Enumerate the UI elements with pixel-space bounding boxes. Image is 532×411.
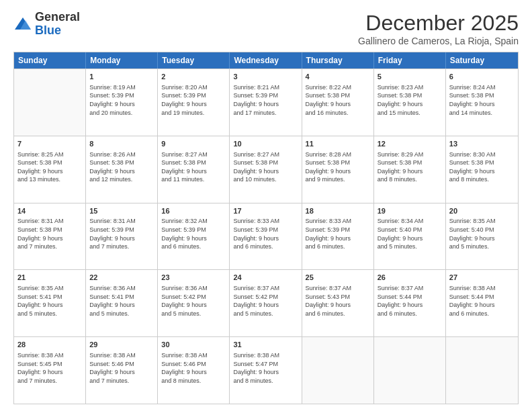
day-info: Sunrise: 8:28 AM Sunset: 5:38 PM Dayligh… xyxy=(306,150,370,184)
calendar-cell xyxy=(446,337,518,404)
header-day: Saturday xyxy=(446,52,518,68)
calendar-cell: 24Sunrise: 8:37 AM Sunset: 5:42 PM Dayli… xyxy=(230,270,302,336)
header: General Blue December 2025 Gallinero de … xyxy=(13,11,519,46)
calendar-cell: 6Sunrise: 8:24 AM Sunset: 5:38 PM Daylig… xyxy=(446,69,518,136)
calendar-row: 1Sunrise: 8:19 AM Sunset: 5:39 PM Daylig… xyxy=(14,68,518,136)
day-info: Sunrise: 8:38 AM Sunset: 5:45 PM Dayligh… xyxy=(17,351,82,385)
day-info: Sunrise: 8:30 AM Sunset: 5:38 PM Dayligh… xyxy=(449,150,515,184)
day-info: Sunrise: 8:27 AM Sunset: 5:38 PM Dayligh… xyxy=(233,150,298,184)
logo-general: General xyxy=(35,10,80,24)
day-info: Sunrise: 8:29 AM Sunset: 5:38 PM Dayligh… xyxy=(378,150,442,184)
calendar-cell: 26Sunrise: 8:37 AM Sunset: 5:44 PM Dayli… xyxy=(374,270,446,336)
day-info: Sunrise: 8:37 AM Sunset: 5:44 PM Dayligh… xyxy=(378,284,442,318)
calendar-cell: 14Sunrise: 8:31 AM Sunset: 5:38 PM Dayli… xyxy=(14,203,86,270)
day-number: 3 xyxy=(233,72,298,82)
day-info: Sunrise: 8:20 AM Sunset: 5:39 PM Dayligh… xyxy=(161,83,226,117)
day-number: 23 xyxy=(161,273,226,283)
day-info: Sunrise: 8:37 AM Sunset: 5:43 PM Dayligh… xyxy=(306,284,370,318)
day-number: 22 xyxy=(89,273,154,283)
day-number: 21 xyxy=(17,273,82,283)
day-info: Sunrise: 8:33 AM Sunset: 5:39 PM Dayligh… xyxy=(306,217,370,250)
month-title: December 2025 xyxy=(358,11,519,36)
day-info: Sunrise: 8:35 AM Sunset: 5:41 PM Dayligh… xyxy=(17,284,82,318)
day-number: 20 xyxy=(449,206,515,216)
day-info: Sunrise: 8:38 AM Sunset: 5:47 PM Dayligh… xyxy=(233,351,298,385)
day-info: Sunrise: 8:21 AM Sunset: 5:39 PM Dayligh… xyxy=(233,83,298,117)
logo-icon xyxy=(13,15,32,34)
day-number: 10 xyxy=(233,139,298,149)
day-number: 7 xyxy=(17,139,82,149)
calendar-cell xyxy=(302,337,374,404)
day-number: 5 xyxy=(378,72,442,82)
calendar-cell: 13Sunrise: 8:30 AM Sunset: 5:38 PM Dayli… xyxy=(446,136,518,203)
calendar-row: 21Sunrise: 8:35 AM Sunset: 5:41 PM Dayli… xyxy=(14,269,518,336)
day-info: Sunrise: 8:31 AM Sunset: 5:38 PM Dayligh… xyxy=(17,217,82,250)
day-info: Sunrise: 8:36 AM Sunset: 5:41 PM Dayligh… xyxy=(89,284,154,318)
day-number: 26 xyxy=(378,273,442,283)
day-number: 2 xyxy=(161,72,226,82)
calendar-cell xyxy=(14,69,86,136)
calendar-cell xyxy=(374,337,446,404)
day-info: Sunrise: 8:35 AM Sunset: 5:40 PM Dayligh… xyxy=(449,217,515,250)
calendar-cell: 11Sunrise: 8:28 AM Sunset: 5:38 PM Dayli… xyxy=(302,136,374,203)
day-number: 14 xyxy=(17,206,82,216)
day-number: 18 xyxy=(306,206,370,216)
calendar-cell: 23Sunrise: 8:36 AM Sunset: 5:42 PM Dayli… xyxy=(158,270,230,336)
calendar-cell: 5Sunrise: 8:23 AM Sunset: 5:38 PM Daylig… xyxy=(374,69,446,136)
calendar-cell: 31Sunrise: 8:38 AM Sunset: 5:47 PM Dayli… xyxy=(230,337,302,404)
header-day: Tuesday xyxy=(158,52,230,68)
day-info: Sunrise: 8:22 AM Sunset: 5:38 PM Dayligh… xyxy=(306,83,370,117)
day-number: 16 xyxy=(161,206,226,216)
calendar-cell: 20Sunrise: 8:35 AM Sunset: 5:40 PM Dayli… xyxy=(446,203,518,270)
day-info: Sunrise: 8:38 AM Sunset: 5:44 PM Dayligh… xyxy=(449,284,515,318)
calendar-cell: 21Sunrise: 8:35 AM Sunset: 5:41 PM Dayli… xyxy=(14,270,86,336)
day-info: Sunrise: 8:31 AM Sunset: 5:39 PM Dayligh… xyxy=(89,217,154,250)
day-number: 6 xyxy=(449,72,515,82)
day-number: 27 xyxy=(449,273,515,283)
day-number: 31 xyxy=(233,340,298,350)
header-day: Sunday xyxy=(14,52,86,68)
day-number: 1 xyxy=(89,72,154,82)
day-info: Sunrise: 8:32 AM Sunset: 5:39 PM Dayligh… xyxy=(161,217,226,250)
day-info: Sunrise: 8:19 AM Sunset: 5:39 PM Dayligh… xyxy=(89,83,154,117)
day-number: 12 xyxy=(378,139,442,149)
calendar-cell: 8Sunrise: 8:26 AM Sunset: 5:38 PM Daylig… xyxy=(86,136,158,203)
calendar-cell: 19Sunrise: 8:34 AM Sunset: 5:40 PM Dayli… xyxy=(374,203,446,270)
day-number: 9 xyxy=(161,139,226,149)
calendar-row: 28Sunrise: 8:38 AM Sunset: 5:45 PM Dayli… xyxy=(14,336,518,404)
calendar-cell: 7Sunrise: 8:25 AM Sunset: 5:38 PM Daylig… xyxy=(14,136,86,203)
header-day: Wednesday xyxy=(230,52,302,68)
calendar-cell: 30Sunrise: 8:38 AM Sunset: 5:46 PM Dayli… xyxy=(158,337,230,404)
calendar-cell: 12Sunrise: 8:29 AM Sunset: 5:38 PM Dayli… xyxy=(374,136,446,203)
day-info: Sunrise: 8:24 AM Sunset: 5:38 PM Dayligh… xyxy=(449,83,515,117)
calendar-cell: 27Sunrise: 8:38 AM Sunset: 5:44 PM Dayli… xyxy=(446,270,518,336)
day-info: Sunrise: 8:23 AM Sunset: 5:38 PM Dayligh… xyxy=(378,83,442,117)
day-info: Sunrise: 8:25 AM Sunset: 5:38 PM Dayligh… xyxy=(17,150,82,184)
day-info: Sunrise: 8:37 AM Sunset: 5:42 PM Dayligh… xyxy=(233,284,298,318)
header-day: Friday xyxy=(374,52,446,68)
day-number: 24 xyxy=(233,273,298,283)
calendar-cell: 9Sunrise: 8:27 AM Sunset: 5:38 PM Daylig… xyxy=(158,136,230,203)
header-day: Monday xyxy=(86,52,158,68)
day-info: Sunrise: 8:38 AM Sunset: 5:46 PM Dayligh… xyxy=(89,351,154,385)
day-number: 11 xyxy=(306,139,370,149)
day-info: Sunrise: 8:36 AM Sunset: 5:42 PM Dayligh… xyxy=(161,284,226,318)
day-number: 13 xyxy=(449,139,515,149)
calendar-cell: 17Sunrise: 8:33 AM Sunset: 5:39 PM Dayli… xyxy=(230,203,302,270)
day-number: 4 xyxy=(306,72,370,82)
day-number: 8 xyxy=(89,139,154,149)
day-number: 25 xyxy=(306,273,370,283)
calendar-row: 7Sunrise: 8:25 AM Sunset: 5:38 PM Daylig… xyxy=(14,136,518,203)
calendar-cell: 1Sunrise: 8:19 AM Sunset: 5:39 PM Daylig… xyxy=(86,69,158,136)
day-info: Sunrise: 8:38 AM Sunset: 5:46 PM Dayligh… xyxy=(161,351,226,385)
logo-blue: Blue xyxy=(35,24,61,37)
day-number: 30 xyxy=(161,340,226,350)
calendar-cell: 15Sunrise: 8:31 AM Sunset: 5:39 PM Dayli… xyxy=(86,203,158,270)
day-number: 28 xyxy=(17,340,82,350)
logo-text: General Blue xyxy=(35,11,80,38)
calendar-cell: 25Sunrise: 8:37 AM Sunset: 5:43 PM Dayli… xyxy=(302,270,374,336)
calendar-row: 14Sunrise: 8:31 AM Sunset: 5:38 PM Dayli… xyxy=(14,203,518,270)
title-block: December 2025 Gallinero de Cameros, La R… xyxy=(358,11,519,46)
logo: General Blue xyxy=(13,11,80,38)
calendar: SundayMondayTuesdayWednesdayThursdayFrid… xyxy=(13,52,519,404)
